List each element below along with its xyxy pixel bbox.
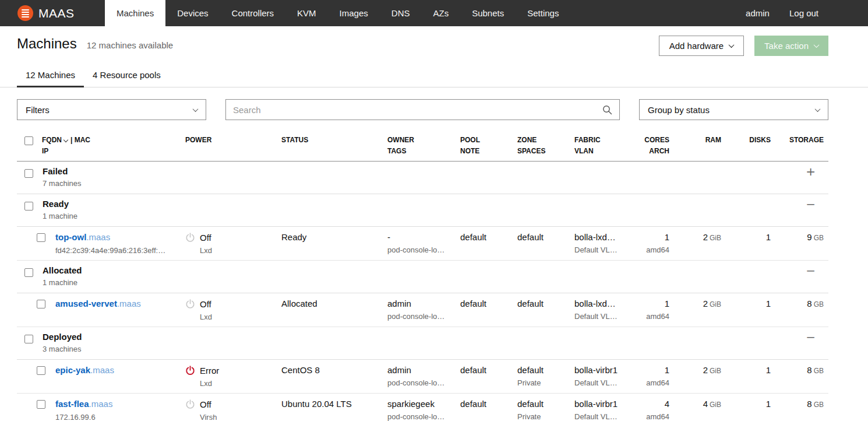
storage-unit: GB [814, 401, 824, 409]
machine-fabric: bolla-virbr1 [574, 399, 638, 409]
nav-item-controllers[interactable]: Controllers [220, 0, 286, 26]
column-header-fqdn[interactable]: FQDN| MAC IP [42, 135, 185, 156]
nav-item-dns[interactable]: DNS [380, 0, 422, 26]
take-action-button[interactable]: Take action [754, 36, 828, 56]
column-header-owner[interactable]: OWNER TAGS [387, 135, 460, 156]
machine-vlan: Default VL… [574, 412, 638, 421]
ram-unit: GiB [710, 367, 721, 375]
nav-item-images[interactable]: Images [328, 0, 380, 26]
tags-label: TAGS [387, 146, 460, 157]
machine-vlan: Default VL… [574, 378, 638, 387]
column-header-storage[interactable]: STORAGE [775, 135, 828, 156]
power-state: Off [200, 233, 211, 243]
minus-icon[interactable]: − [806, 265, 816, 276]
mac-label: | MAC [70, 136, 90, 144]
machine-name: fast-flea [55, 399, 89, 409]
machine-arch: amd64 [638, 245, 669, 254]
machine-owner: admin [387, 365, 460, 375]
machine-status: Allocated [281, 299, 387, 327]
nav-item-subnets[interactable]: Subnets [460, 0, 516, 26]
brand-text: MAAS [38, 6, 75, 20]
group-allocated-checkbox[interactable] [24, 268, 33, 277]
machine-spaces: Private [517, 378, 574, 387]
group-ready-checkbox[interactable] [24, 202, 33, 210]
machine-fabric: bolla-lxd… [574, 232, 638, 242]
column-header-status[interactable]: STATUS [281, 135, 387, 156]
tab-resource-pools[interactable]: 4 Resource pools [84, 64, 170, 87]
filters-dropdown[interactable]: Filters [17, 99, 206, 120]
column-header-disks[interactable]: DISKS [726, 135, 775, 156]
power-label: POWER [185, 136, 211, 144]
group-row-allocated: Allocated 1 machine − [17, 261, 828, 293]
column-header-cores[interactable]: CORES ARCH [638, 135, 674, 156]
search-input[interactable] [233, 100, 602, 120]
column-header-zone[interactable]: ZONE SPACES [517, 135, 574, 156]
maas-logo[interactable]: MAAS [0, 0, 105, 26]
group-by-dropdown[interactable]: Group by status [639, 99, 828, 120]
zone-label: ZONE [517, 136, 537, 144]
vlan-label: VLAN [574, 146, 638, 157]
ram-label: RAM [705, 136, 721, 144]
machine-tags: pod-console-lo… [387, 412, 460, 421]
group-row-failed: Failed 7 machines + [17, 162, 828, 194]
add-hardware-button[interactable]: Add hardware [659, 36, 744, 56]
nav-item-settings[interactable]: Settings [516, 0, 570, 26]
plus-icon[interactable]: + [806, 166, 816, 177]
fqdn-link[interactable]: epic-yak.maas [55, 365, 114, 375]
ram-unit: GiB [710, 234, 721, 242]
machine-row-top-owl: top-owl.maas fd42:2c39:4a4e:99a6:216:3ef… [17, 227, 828, 261]
nav-item-user[interactable]: admin [736, 0, 779, 26]
ram-unit: GiB [710, 401, 721, 409]
nav-item-azs[interactable]: AZs [421, 0, 460, 26]
minus-icon[interactable]: − [806, 199, 816, 209]
machine-fabric: bolla-virbr1 [574, 365, 638, 375]
filters-dropdown-label: Filters [26, 105, 50, 115]
search-box [225, 99, 620, 120]
logout-button[interactable]: Log out [779, 0, 828, 26]
machine-zone: default [517, 365, 574, 375]
machine-owner: sparkiegeek [387, 399, 460, 409]
machine-cores: 4 [638, 399, 669, 409]
machine-ram: 2 [703, 365, 708, 375]
nav-item-kvm[interactable]: KVM [285, 0, 328, 26]
fabric-label: FABRIC [574, 136, 601, 144]
select-all-checkbox[interactable] [24, 136, 33, 145]
machine-domain: .maas [90, 365, 114, 375]
machine-storage: 8 [807, 365, 811, 375]
machine-owner: - [387, 232, 460, 242]
power-type: Lxd [200, 246, 281, 255]
group-deployed-checkbox[interactable] [24, 335, 33, 343]
fqdn-link[interactable]: fast-flea.maas [55, 399, 112, 409]
power-off-icon [185, 399, 195, 409]
machine-disks: 1 [726, 232, 775, 260]
primary-nav: Machines Devices Controllers KVM Images … [105, 0, 570, 26]
nav-item-devices[interactable]: Devices [165, 0, 220, 26]
column-header-pool[interactable]: POOL NOTE [460, 135, 517, 156]
ip-label: IP [42, 146, 185, 157]
group-failed-checkbox[interactable] [24, 169, 33, 178]
fqdn-link[interactable]: amused-vervet.maas [55, 299, 141, 308]
machine-tags: pod-console-lo… [387, 378, 460, 387]
storage-unit: GB [814, 367, 824, 375]
column-header-ram[interactable]: RAM [674, 135, 726, 156]
column-header-fabric[interactable]: FABRIC VLAN [574, 135, 638, 156]
fqdn-link[interactable]: top-owl.maas [55, 232, 110, 242]
machine-status: Ubuntu 20.04 LTS [281, 399, 387, 421]
add-hardware-label: Add hardware [669, 41, 724, 51]
group-label: Ready [42, 199, 775, 209]
machine-storage: 8 [807, 399, 811, 409]
nav-item-machines[interactable]: Machines [105, 0, 165, 26]
machine-cores: 1 [638, 299, 669, 308]
cores-label: CORES [644, 136, 669, 144]
machine-ip: fd42:2c39:4a4e:99a6:216:3eff:… [55, 246, 185, 255]
tab-machines[interactable]: 12 Machines [17, 64, 84, 87]
machine-arch: amd64 [638, 312, 669, 321]
machine-ip: 172.16.99.6 [55, 413, 185, 421]
machine-domain: .maas [117, 299, 141, 308]
chevron-down-icon [193, 106, 199, 112]
power-type: Lxd [200, 379, 281, 388]
top-nav: MAAS Machines Devices Controllers KVM Im… [0, 0, 868, 26]
column-header-power[interactable]: POWER [185, 135, 281, 156]
page-header: Machines 12 machines available Add hardw… [0, 26, 868, 56]
minus-icon[interactable]: − [806, 332, 816, 342]
